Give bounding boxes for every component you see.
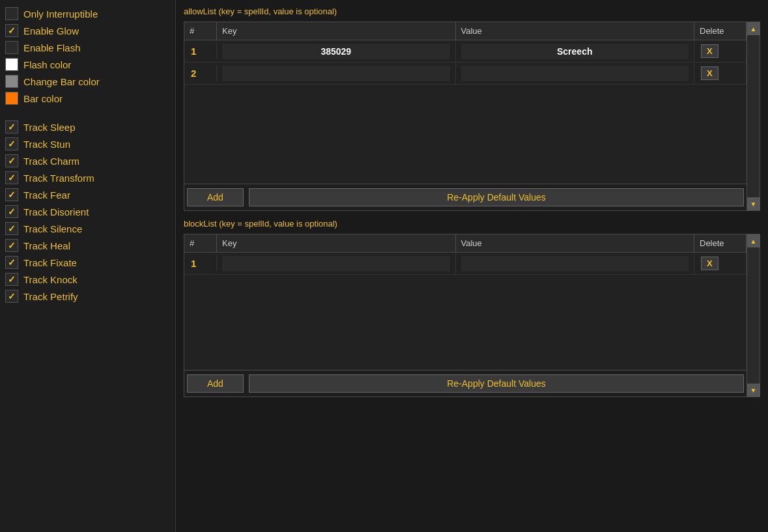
- label-enable-flash: Enable Flash: [23, 42, 81, 53]
- label-track-fear: Track Fear: [23, 189, 70, 201]
- allow-add-button[interactable]: Add: [187, 188, 244, 206]
- block-list-title: blockList (key = spellId, value is optio…: [184, 219, 760, 230]
- checkbox-track-silence[interactable]: [5, 222, 18, 235]
- allow-list-footer: Add Re-Apply Default Values: [184, 184, 747, 210]
- track-option-track-fixate[interactable]: Track Fixate: [3, 254, 173, 271]
- allow-row-1-delete-button[interactable]: X: [701, 66, 718, 80]
- checkbox-track-charm[interactable]: [5, 154, 18, 167]
- checkbox-track-transform[interactable]: [5, 171, 18, 184]
- checkbox-only-interruptible[interactable]: [5, 7, 18, 20]
- block-row-0-delete-cell: X: [694, 253, 747, 274]
- track-option-track-charm[interactable]: Track Charm: [3, 152, 173, 169]
- allow-row-0-value-input[interactable]: [461, 44, 689, 59]
- block-list-table-wrapper: # Key Value Delete 1X Add Re-Apply Defau…: [184, 234, 760, 397]
- label-flash-color: Flash color: [23, 59, 71, 70]
- allow-row-1-delete-cell: X: [694, 63, 747, 84]
- allow-row-0-num: 1: [184, 43, 217, 59]
- option-flash-color[interactable]: Flash color: [3, 56, 173, 73]
- allow-header-num: #: [184, 22, 217, 40]
- track-option-track-heal[interactable]: Track Heal: [3, 237, 173, 254]
- block-row-0-value-cell: [456, 253, 695, 274]
- checkbox-track-stun[interactable]: [5, 137, 18, 150]
- allow-row-0-delete-button[interactable]: X: [701, 44, 718, 58]
- block-list-scrollbar: ▲ ▼: [747, 234, 760, 397]
- label-track-heal: Track Heal: [23, 240, 70, 251]
- block-header-num: #: [184, 234, 217, 252]
- allow-row-1-key-input[interactable]: [222, 66, 450, 81]
- checkbox-enable-glow[interactable]: [5, 24, 18, 37]
- checkbox-track-knock[interactable]: [5, 273, 18, 286]
- label-track-petrify: Track Petrify: [23, 291, 78, 302]
- track-option-track-sleep[interactable]: Track Sleep: [3, 119, 173, 135]
- option-change-bar-color[interactable]: Change Bar color: [3, 73, 173, 90]
- block-add-button[interactable]: Add: [187, 374, 244, 393]
- allow-row-1-num: 2: [184, 65, 217, 81]
- block-row-0-num: 1: [184, 255, 217, 272]
- allow-list-section: allowList (key = spellId, value is optio…: [184, 7, 760, 211]
- allow-row-1-value-cell: [456, 63, 695, 84]
- left-panel: Only InterruptibleEnable GlowEnable Flas…: [0, 0, 176, 532]
- block-table-row: 1X: [184, 253, 747, 275]
- block-row-0-delete-button[interactable]: X: [701, 257, 718, 270]
- allow-row-0-value-cell: [456, 41, 695, 62]
- block-list-body: 1X: [184, 253, 747, 370]
- track-option-track-stun[interactable]: Track Stun: [3, 135, 173, 152]
- checkbox-enable-flash[interactable]: [5, 41, 18, 54]
- allow-header-key: Key: [217, 22, 456, 40]
- label-track-silence: Track Silence: [23, 223, 82, 234]
- label-track-fixate: Track Fixate: [23, 257, 77, 268]
- block-row-0-value-input[interactable]: [461, 256, 689, 272]
- allow-header-value: Value: [456, 22, 695, 40]
- block-list-table: # Key Value Delete 1X Add Re-Apply Defau…: [184, 234, 747, 397]
- track-option-track-transform[interactable]: Track Transform: [3, 169, 173, 186]
- checkbox-track-fear[interactable]: [5, 188, 18, 201]
- block-list-section: blockList (key = spellId, value is optio…: [184, 219, 760, 397]
- checkbox-track-heal[interactable]: [5, 239, 18, 252]
- block-row-0-key-cell: [217, 253, 456, 274]
- checkbox-track-sleep[interactable]: [5, 120, 18, 133]
- label-track-charm: Track Charm: [23, 156, 79, 167]
- allow-row-0-key-input[interactable]: [222, 44, 450, 59]
- allow-list-body: 1X2X: [184, 40, 747, 184]
- allow-row-1-value-input[interactable]: [461, 66, 689, 81]
- label-only-interruptible: Only Interruptible: [23, 8, 98, 20]
- allow-row-1-key-cell: [217, 63, 456, 84]
- track-option-track-petrify[interactable]: Track Petrify: [3, 288, 173, 305]
- checkbox-change-bar-color[interactable]: [5, 75, 18, 88]
- option-enable-flash[interactable]: Enable Flash: [3, 39, 173, 56]
- allow-list-table: # Key Value Delete 1X2X Add Re-Apply Def…: [184, 22, 747, 210]
- label-track-transform: Track Transform: [23, 173, 94, 184]
- allow-scroll-up[interactable]: ▲: [747, 22, 760, 35]
- block-scroll-down[interactable]: ▼: [747, 384, 760, 397]
- label-enable-glow: Enable Glow: [23, 25, 79, 36]
- checkbox-track-fixate[interactable]: [5, 256, 18, 269]
- option-enable-glow[interactable]: Enable Glow: [3, 22, 173, 39]
- allow-scroll-down[interactable]: ▼: [747, 197, 760, 210]
- option-bar-color[interactable]: Bar color: [3, 90, 173, 107]
- allow-row-0-delete-cell: X: [694, 40, 747, 62]
- tracks-section: Track SleepTrack StunTrack CharmTrack Tr…: [3, 119, 173, 305]
- checkbox-bar-color[interactable]: [5, 92, 18, 105]
- track-option-track-knock[interactable]: Track Knock: [3, 271, 173, 288]
- track-option-track-silence[interactable]: Track Silence: [3, 220, 173, 237]
- block-list-header: # Key Value Delete: [184, 234, 747, 253]
- block-list-footer: Add Re-Apply Default Values: [184, 370, 747, 397]
- checkbox-flash-color[interactable]: [5, 58, 18, 71]
- label-track-knock: Track Knock: [23, 274, 78, 285]
- checkbox-track-disorient[interactable]: [5, 205, 18, 218]
- allow-table-row: 2X: [184, 63, 747, 85]
- label-track-disorient: Track Disorient: [23, 206, 89, 217]
- track-option-track-fear[interactable]: Track Fear: [3, 186, 173, 203]
- block-reapply-button[interactable]: Re-Apply Default Values: [249, 374, 744, 393]
- option-only-interruptible[interactable]: Only Interruptible: [3, 5, 173, 22]
- allow-row-0-key-cell: [217, 41, 456, 62]
- allow-reapply-button[interactable]: Re-Apply Default Values: [249, 188, 744, 206]
- track-option-track-disorient[interactable]: Track Disorient: [3, 203, 173, 220]
- options-section: Only InterruptibleEnable GlowEnable Flas…: [3, 5, 173, 107]
- block-scroll-up[interactable]: ▲: [747, 234, 760, 247]
- label-track-sleep: Track Sleep: [23, 122, 75, 133]
- allow-list-scrollbar: ▲ ▼: [747, 22, 760, 210]
- block-header-delete: Delete: [694, 234, 747, 252]
- block-row-0-key-input[interactable]: [222, 256, 450, 272]
- checkbox-track-petrify[interactable]: [5, 290, 18, 303]
